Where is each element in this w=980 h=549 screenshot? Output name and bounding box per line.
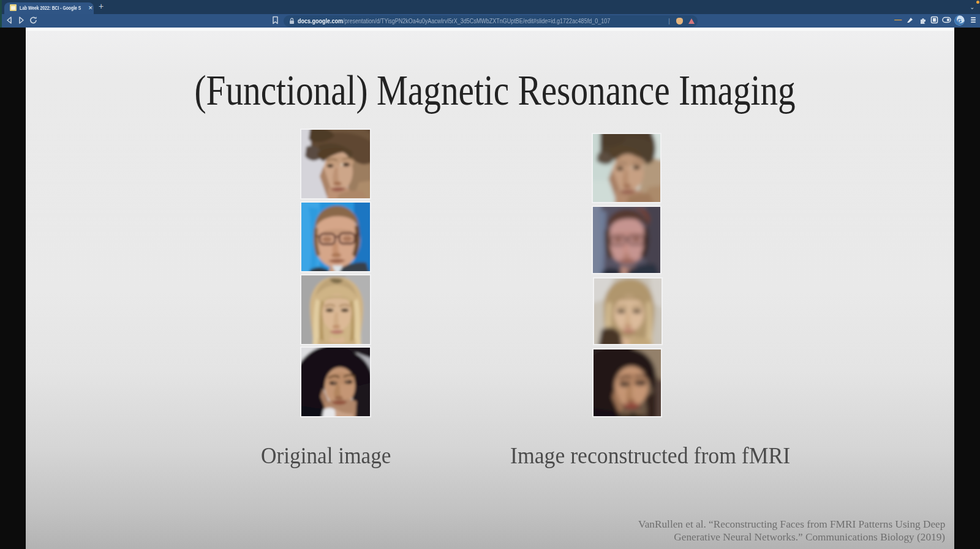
svg-text:G: G <box>957 18 962 24</box>
